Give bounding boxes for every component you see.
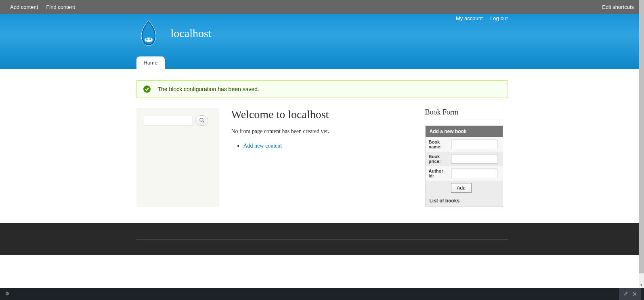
- sidebar-right: Book Form Add a new book Book name: Book…: [425, 108, 508, 207]
- book-name-label: Book name:: [426, 137, 448, 152]
- table-row: Book price:: [426, 152, 503, 166]
- author-id-label: Author id:: [426, 166, 448, 181]
- add-content-link[interactable]: Add content: [6, 2, 42, 12]
- add-button[interactable]: Add: [451, 183, 472, 193]
- site-name: localhost: [171, 27, 212, 40]
- book-form-block: Add a new book Book name: Book price: Au…: [425, 125, 503, 207]
- search-form: [144, 115, 212, 126]
- content-region: The block configuration has been saved. …: [136, 69, 508, 223]
- search-icon: [199, 117, 205, 124]
- success-icon: [143, 85, 151, 93]
- book-price-field[interactable]: [451, 154, 497, 164]
- site-header: My account Log out localhost Home: [0, 14, 644, 69]
- status-message: The block configuration has been saved.: [136, 80, 508, 98]
- edit-shortcuts-link[interactable]: Edit shortcuts: [598, 2, 638, 12]
- sidebar-left: [136, 108, 219, 207]
- svg-point-2: [149, 38, 151, 40]
- search-input[interactable]: [144, 116, 193, 125]
- form-header: Add a new book: [426, 126, 503, 137]
- add-new-content-link[interactable]: Add new content: [243, 143, 282, 149]
- table-row: Book name:: [426, 137, 503, 152]
- scrollbar[interactable]: ▾: [639, 0, 644, 255]
- book-price-label: Book price:: [426, 152, 448, 166]
- block-title: Book Form: [425, 108, 508, 119]
- lead-text: No front page content has been created y…: [231, 128, 413, 135]
- svg-line-4: [203, 121, 204, 123]
- svg-point-0: [145, 38, 153, 42]
- table-row: Author id:: [426, 166, 503, 181]
- my-account-link[interactable]: My account: [456, 15, 482, 21]
- user-links: My account Log out: [450, 14, 508, 23]
- shortcuts-toolbar: Add content Find content Edit shortcuts: [0, 0, 644, 14]
- search-button[interactable]: [195, 115, 208, 126]
- main-content: Welcome to localhost No front page conte…: [229, 108, 415, 207]
- svg-point-3: [200, 118, 203, 121]
- main-navigation: Home: [136, 56, 165, 69]
- log-out-link[interactable]: Log out: [490, 15, 508, 21]
- list-item: Add new content: [243, 143, 413, 149]
- book-name-field[interactable]: [451, 140, 497, 149]
- svg-point-1: [146, 38, 148, 40]
- author-id-field[interactable]: [451, 169, 497, 178]
- status-text: The block configuration has been saved.: [158, 86, 259, 92]
- tab-home[interactable]: Home: [136, 56, 165, 69]
- table-row: Add: [426, 181, 503, 195]
- form-footer: List of books: [426, 195, 503, 206]
- find-content-link[interactable]: Find content: [42, 2, 79, 12]
- drupal-logo-icon: [136, 20, 161, 47]
- page-title: Welcome to localhost: [231, 108, 413, 121]
- site-footer: [0, 223, 644, 255]
